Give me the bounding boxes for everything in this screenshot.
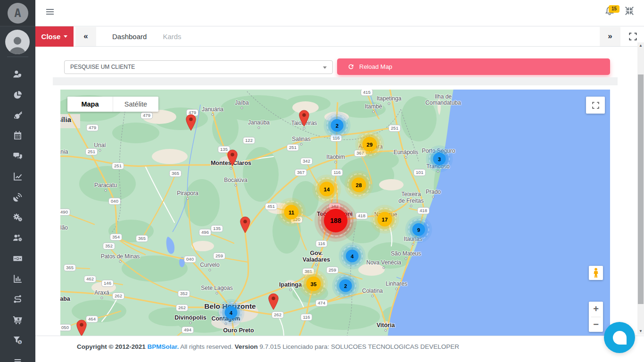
sidebar-item-cogs[interactable] bbox=[0, 207, 35, 228]
route-shield: 259 bbox=[326, 267, 339, 274]
money-bill-icon bbox=[13, 254, 23, 263]
grip-lines-icon bbox=[13, 356, 23, 362]
scroll-down-arrow[interactable]: ▼ bbox=[637, 328, 644, 335]
user-avatar[interactable] bbox=[5, 30, 30, 54]
map-canvas[interactable]: 4794794791221351352512512512514153653653… bbox=[60, 90, 610, 336]
town-dot bbox=[405, 258, 407, 260]
route-shield: 251 bbox=[112, 163, 124, 170]
reload-map-button[interactable]: Reload Map bbox=[337, 58, 610, 75]
sidebar-item-comments[interactable] bbox=[0, 146, 35, 166]
map-type-map-button[interactable]: Mapa bbox=[67, 97, 113, 112]
route-shield: 479 bbox=[86, 124, 99, 132]
notifications-count-badge[interactable]: 15 bbox=[609, 5, 619, 13]
zoom-out-button[interactable]: − bbox=[589, 317, 603, 332]
map-cluster[interactable]: 35 bbox=[306, 277, 321, 291]
town-dot bbox=[410, 205, 413, 207]
fullscreen-expand-icon[interactable] bbox=[628, 32, 637, 41]
chat-widget-button[interactable] bbox=[604, 322, 635, 353]
map-cluster[interactable]: 2 bbox=[331, 119, 344, 132]
tab-kards[interactable]: Kards bbox=[163, 33, 181, 41]
sidebar-item-money-bill[interactable] bbox=[0, 248, 35, 269]
sidebar-item-chart-line[interactable] bbox=[0, 166, 35, 187]
map-city-label: de Freitas bbox=[398, 197, 423, 204]
tab-bar: Close « Dashboard Kards » bbox=[35, 26, 644, 47]
town-dot bbox=[209, 269, 211, 272]
sidebar-item-user-shield[interactable] bbox=[0, 64, 35, 84]
chart-line-icon bbox=[13, 172, 23, 181]
route-shield: 251 bbox=[287, 144, 299, 151]
map-city-label: sília bbox=[60, 115, 71, 124]
map-marker-pin[interactable] bbox=[76, 320, 87, 336]
route-shield: 496 bbox=[199, 229, 211, 236]
sidebar-item-calendar[interactable] bbox=[0, 125, 35, 146]
map-marker-pin[interactable] bbox=[239, 216, 251, 235]
map-cluster[interactable]: 4 bbox=[225, 306, 238, 319]
town-dot bbox=[258, 127, 260, 129]
scroll-up-arrow[interactable]: ▲ bbox=[637, 42, 644, 49]
map-marker-pin[interactable] bbox=[298, 110, 310, 129]
sidebar-item-pie-chart[interactable] bbox=[0, 84, 35, 105]
tab-dashboard[interactable]: Dashboard bbox=[112, 33, 147, 41]
map-cluster[interactable]: 2 bbox=[339, 280, 352, 292]
sidebar-item-users-cog[interactable] bbox=[0, 228, 35, 248]
person-silhouette-icon bbox=[7, 33, 28, 54]
route-shield: 251 bbox=[85, 148, 98, 156]
footer-brand-link[interactable]: BPMSolar. bbox=[148, 343, 179, 350]
town-dot bbox=[101, 297, 103, 299]
town-dot bbox=[432, 196, 435, 198]
map-marker-pin[interactable] bbox=[185, 114, 197, 133]
street-view-pegman[interactable] bbox=[589, 266, 603, 280]
map-city-label: Jaíba bbox=[235, 99, 248, 106]
route-shield: 135 bbox=[211, 225, 223, 232]
route-shield: 116 bbox=[300, 314, 312, 321]
town-dot bbox=[119, 261, 122, 263]
map-cluster[interactable]: 9 bbox=[413, 223, 425, 236]
map-marker-pin[interactable] bbox=[268, 293, 279, 312]
map-zoom-control: + − bbox=[589, 302, 603, 332]
map-cluster[interactable]: 14 bbox=[320, 182, 334, 197]
route-shield: 354 bbox=[110, 234, 122, 241]
tabs-scroll-right-button[interactable]: » bbox=[600, 27, 620, 46]
map-city-label: Colatina bbox=[362, 288, 383, 294]
zoom-in-button[interactable]: + bbox=[589, 302, 603, 317]
sidebar-item-grip-lines[interactable] bbox=[0, 350, 35, 362]
map-cluster[interactable]: 4 bbox=[346, 250, 359, 263]
map-fullscreen-button[interactable] bbox=[586, 97, 605, 114]
route-shield: 367 bbox=[295, 169, 307, 176]
sidebar-divider bbox=[7, 57, 28, 57]
close-dropdown-button[interactable]: Close bbox=[35, 26, 74, 47]
sidebar-item-route[interactable] bbox=[0, 289, 35, 309]
vertical-scrollbar[interactable]: ▲ ▼ bbox=[637, 42, 644, 335]
route-shield: 464 bbox=[86, 316, 98, 323]
town-dot bbox=[335, 161, 337, 164]
map-city-label: Curvelo bbox=[200, 262, 219, 268]
sidebar-item-filter-dollar[interactable]: $ bbox=[0, 330, 35, 350]
compress-screen-icon[interactable] bbox=[624, 6, 635, 16]
fullscreen-corners-icon bbox=[592, 101, 600, 109]
sidebar-item-chart-bar[interactable] bbox=[0, 269, 35, 289]
route-shield: 418 bbox=[355, 213, 368, 220]
town-dot bbox=[241, 107, 243, 109]
map-type-satellite-button[interactable]: Satélite bbox=[113, 97, 158, 112]
route-shield: 352 bbox=[178, 290, 190, 297]
town-dot bbox=[216, 292, 218, 295]
map-cluster[interactable]: 3 bbox=[433, 153, 446, 165]
hamburger-menu-icon[interactable] bbox=[46, 9, 54, 16]
map-cluster[interactable]: 29 bbox=[363, 137, 377, 152]
map-city-label: lão bbox=[60, 224, 68, 231]
sidebar-item-key[interactable] bbox=[0, 105, 35, 125]
sidebar-item-cart-plus[interactable] bbox=[0, 310, 35, 330]
map-cluster[interactable]: 28 bbox=[352, 178, 366, 192]
sidebar-item-satellite-dish[interactable] bbox=[0, 187, 35, 207]
map-cluster[interactable]: 11 bbox=[284, 205, 299, 220]
brand-logo[interactable]: A bbox=[0, 0, 35, 26]
map-city-label: Teixeira bbox=[401, 191, 421, 197]
map-cluster[interactable]: 17 bbox=[378, 212, 392, 227]
client-search-select[interactable]: PESQUISE UM CLIENTE bbox=[64, 60, 333, 74]
tabs-scroll-left-button[interactable]: « bbox=[75, 27, 96, 46]
scrollbar-thumb[interactable] bbox=[638, 74, 644, 304]
map-cluster[interactable]: 188 bbox=[324, 209, 347, 232]
map-marker-pin[interactable] bbox=[227, 149, 238, 168]
map-city-label: Gov. bbox=[310, 250, 323, 256]
town-dot bbox=[437, 171, 439, 173]
